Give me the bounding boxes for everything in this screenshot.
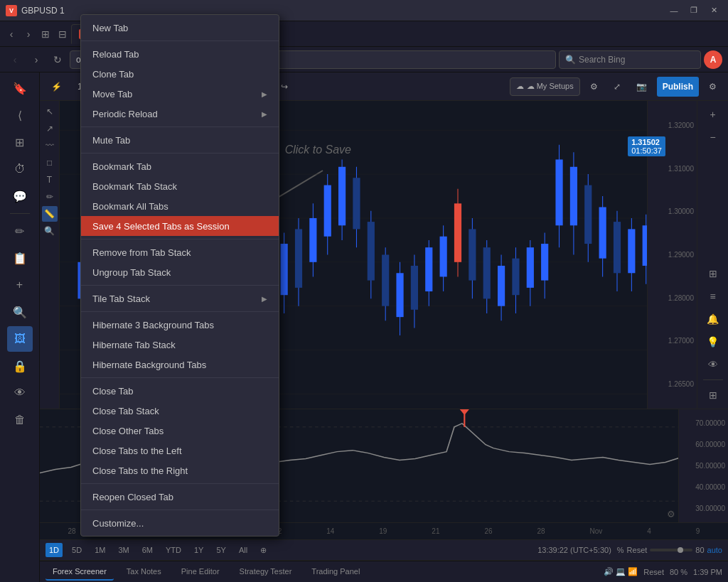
menu-periodic-reload[interactable]: Periodic Reload ▶ xyxy=(81,104,279,124)
menu-hibernate-bg[interactable]: Hibernate Background Tabs xyxy=(81,355,279,374)
menu-hibernate-stack[interactable]: Hibernate Tab Stack xyxy=(81,335,279,355)
menu-close-right[interactable]: Close Tabs to the Right xyxy=(81,460,279,480)
draw-zoom[interactable]: 🔍 xyxy=(42,223,58,239)
chart-fullscreen-button[interactable]: ⤢ xyxy=(608,77,626,97)
chart-zoom-in[interactable]: + xyxy=(702,104,724,125)
my-setups-button[interactable]: ☁ ☁ My Setups xyxy=(510,77,580,96)
sidebar-btn-chat[interactable]: 💬 xyxy=(7,183,33,209)
sidebar-btn-edit[interactable]: ✏ xyxy=(7,218,33,244)
period-5y[interactable]: 5Y xyxy=(213,543,229,557)
chart-settings-button[interactable]: ⚙ xyxy=(584,77,604,97)
chart-alert-btn[interactable]: 🔔 xyxy=(702,308,724,330)
maximize-button[interactable]: ❐ xyxy=(685,4,702,17)
menu-bookmark-all[interactable]: Bookmark All Tabs xyxy=(81,196,279,216)
period-ytd[interactable]: YTD xyxy=(162,543,185,557)
menu-reopen-closed[interactable]: Reopen Closed Tab xyxy=(81,487,279,507)
date-21: 21 xyxy=(432,527,439,535)
period-all[interactable]: All xyxy=(235,543,251,557)
tab-back-button[interactable]: ‹ xyxy=(3,26,20,43)
title-bar-controls: — ❐ ✕ xyxy=(665,4,722,17)
tab-forward-button[interactable]: › xyxy=(20,26,37,43)
chart-grid-btn[interactable]: ⊞ xyxy=(702,263,724,284)
nav-reload-button[interactable]: ↻ xyxy=(48,50,67,69)
publish-button[interactable]: Publish xyxy=(657,77,699,97)
menu-save-session[interactable]: Save 4 Selected Tabs as Session xyxy=(81,216,279,236)
menu-clone-tab[interactable]: Clone Tab xyxy=(81,64,279,84)
close-button[interactable]: ✕ xyxy=(705,4,722,17)
nav-forward-button[interactable]: › xyxy=(27,50,46,69)
period-1y[interactable]: 1Y xyxy=(191,543,207,557)
period-1d[interactable]: 1D xyxy=(46,543,63,557)
sidebar-btn-eye[interactable]: 👁 xyxy=(7,380,33,406)
menu-remove-stack[interactable]: Remove from Tab Stack xyxy=(81,242,279,262)
period-3m[interactable]: 3M xyxy=(114,543,132,557)
price-label: 1.31502 01:50:37 xyxy=(628,136,665,156)
menu-close-stack[interactable]: Close Tab Stack xyxy=(81,401,279,421)
sidebar-btn-add[interactable]: + xyxy=(7,272,33,298)
app-icon: V xyxy=(6,5,17,16)
reset-button[interactable]: Reset xyxy=(627,546,648,554)
status-tab-screener[interactable]: Forex Screener xyxy=(46,564,114,581)
compare-button[interactable]: ⊕ xyxy=(257,543,270,557)
period-1m[interactable]: 1M xyxy=(91,543,109,557)
sidebar-btn-image[interactable]: 🖼 xyxy=(7,326,33,352)
sidebar-btn-back[interactable]: ⟨ xyxy=(7,102,33,128)
menu-ungroup-stack[interactable]: Ungroup Tab Stack xyxy=(81,262,279,282)
chart-object-btn[interactable]: ≡ xyxy=(702,286,724,307)
menu-hibernate-3[interactable]: Hibernate 3 Background Tabs xyxy=(81,315,279,335)
draw-cursor[interactable]: ↖ xyxy=(42,104,58,119)
svg-rect-50 xyxy=(368,222,375,280)
search-box[interactable]: 🔍 Search Bing xyxy=(559,50,701,69)
status-tab-trading[interactable]: Trading Panel xyxy=(304,564,367,581)
chart-idea-btn[interactable]: 💡 xyxy=(702,331,724,352)
draw-line[interactable]: ↗ xyxy=(42,121,58,136)
minimize-button[interactable]: — xyxy=(665,4,682,17)
tab-stack-button[interactable]: ⊟ xyxy=(54,26,71,43)
chart-btn-indicator[interactable]: ⚡ xyxy=(46,77,68,97)
draw-brush[interactable]: ✏ xyxy=(42,189,58,205)
tab-home-button[interactable]: ⊞ xyxy=(37,26,54,43)
draw-rectangle[interactable]: □ xyxy=(42,155,58,171)
draw-wave[interactable]: 〰 xyxy=(42,138,58,153)
menu-mute-tab[interactable]: Mute Tab xyxy=(81,130,279,150)
menu-close-left[interactable]: Close Tabs to the Left xyxy=(81,441,279,460)
sidebar-btn-clipboard[interactable]: 📋 xyxy=(7,245,33,271)
chart-expand-btn[interactable]: ⊞ xyxy=(702,384,724,406)
menu-close-others[interactable]: Close Other Tabs xyxy=(81,421,279,441)
period-6m[interactable]: 6M xyxy=(139,543,156,557)
status-tab-pine[interactable]: Pine Editor xyxy=(174,564,227,581)
status-tab-notes[interactable]: Tax Notes xyxy=(119,564,168,581)
period-5d[interactable]: 5D xyxy=(68,543,85,557)
rsi-settings-button[interactable]: ⚙ xyxy=(667,509,675,519)
sidebar-btn-history[interactable]: ⏱ xyxy=(7,156,33,182)
sidebar-btn-grid[interactable]: ⊞ xyxy=(7,129,33,155)
menu-new-tab[interactable]: New Tab xyxy=(81,18,279,38)
draw-ruler[interactable]: 📏 xyxy=(42,206,58,222)
chart-extra-button[interactable]: ⚙ xyxy=(703,77,722,97)
menu-bookmark-stack[interactable]: Bookmark Tab Stack xyxy=(81,176,279,196)
svg-rect-44 xyxy=(324,185,331,237)
sidebar-btn-lock[interactable]: 🔒 xyxy=(7,353,33,379)
chart-watch-btn[interactable]: 👁 xyxy=(702,354,724,375)
status-tab-strategy[interactable]: Strategy Tester xyxy=(232,564,299,581)
zoom-auto[interactable]: auto xyxy=(707,546,722,554)
zoom-slider[interactable] xyxy=(650,549,692,551)
menu-tile-stack[interactable]: Tile Tab Stack ▶ xyxy=(81,289,279,308)
menu-close-tab[interactable]: Close Tab xyxy=(81,381,279,401)
menu-mute-label: Mute Tab xyxy=(92,135,130,146)
menu-reload-tab[interactable]: Reload Tab xyxy=(81,44,279,64)
sidebar-btn-search[interactable]: 🔍 xyxy=(7,299,33,325)
menu-customize[interactable]: Customize... xyxy=(81,513,279,533)
menu-bookmark-tab[interactable]: Bookmark Tab xyxy=(81,156,279,176)
draw-text[interactable]: T xyxy=(42,172,58,188)
my-setups-label: ☁ My Setups xyxy=(527,82,574,91)
profile-button[interactable]: A xyxy=(704,50,722,69)
sidebar-btn-bookmark[interactable]: 🔖 xyxy=(7,75,33,101)
menu-periodic-arrow: ▶ xyxy=(262,110,267,118)
sidebar-btn-trash[interactable]: 🗑 xyxy=(7,407,33,433)
menu-move-tab[interactable]: Move Tab ▶ xyxy=(81,84,279,104)
chart-screenshot-button[interactable]: 📷 xyxy=(631,77,653,97)
chart-zoom-out[interactable]: − xyxy=(702,126,724,148)
menu-move-label: Move Tab xyxy=(92,89,132,99)
nav-back-button[interactable]: ‹ xyxy=(6,50,24,69)
